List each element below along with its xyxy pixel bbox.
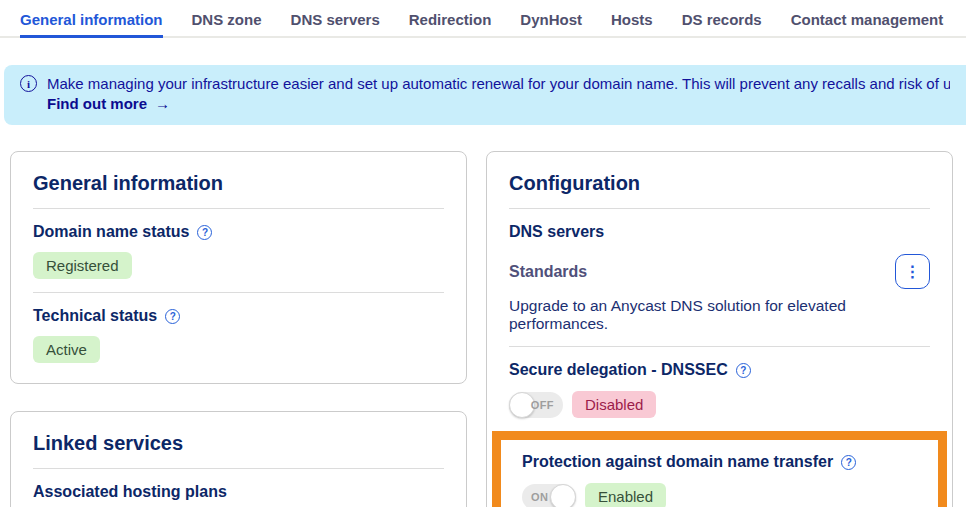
domain-name-status-label: Domain name status [33, 223, 189, 241]
tab-dynhost[interactable]: DynHost [520, 0, 582, 38]
tab-dns-zone[interactable]: DNS zone [192, 0, 262, 38]
divider [509, 346, 930, 347]
dnssec-label: Secure delegation - DNSSEC [509, 361, 728, 379]
general-information-title: General information [33, 172, 444, 195]
toggle-state-label: ON [531, 491, 548, 503]
toggle-state-label: OFF [531, 399, 554, 411]
banner-message: Make managing your infrastructure easier… [47, 75, 950, 92]
technical-status-badge: Active [33, 336, 100, 363]
info-icon: i [20, 75, 37, 92]
transfer-protection-highlight: Protection against domain name transfer … [492, 431, 947, 507]
technical-status-label: Technical status [33, 307, 157, 325]
tab-contact-management[interactable]: Contact management [791, 0, 944, 38]
tab-bar: General information DNS zone DNS servers… [0, 0, 966, 38]
find-out-more-label: Find out more [47, 95, 147, 112]
help-icon[interactable]: ? [736, 363, 751, 378]
dns-servers-label: DNS servers [509, 223, 604, 241]
transfer-protection-toggle[interactable]: ON [522, 484, 576, 507]
transfer-protection-label: Protection against domain name transfer [522, 453, 833, 471]
linked-services-card: Linked services Associated hosting plans… [10, 411, 467, 507]
divider [33, 208, 444, 209]
divider [33, 292, 444, 293]
divider [509, 208, 930, 209]
general-information-card: General information Domain name status ?… [10, 151, 467, 384]
dns-servers-actions-kebab-button[interactable]: ⋮ [895, 254, 930, 289]
tab-dns-servers[interactable]: DNS servers [291, 0, 380, 38]
help-icon[interactable]: ? [197, 225, 212, 240]
arrow-right-icon: → [155, 95, 170, 112]
associated-hosting-plans-label: Associated hosting plans [33, 483, 227, 501]
domain-status-badge: Registered [33, 252, 132, 279]
dns-servers-description: Upgrade to an Anycast DNS solution for e… [509, 297, 930, 333]
toggle-knob [550, 484, 576, 507]
info-banner: i Make managing your infrastructure easi… [4, 65, 966, 125]
configuration-title: Configuration [509, 172, 930, 195]
find-out-more-link[interactable]: Find out more → [47, 95, 170, 112]
dns-servers-value: Standards [509, 263, 587, 281]
divider [33, 468, 444, 469]
tab-general-information[interactable]: General information [20, 0, 163, 38]
configuration-card: Configuration DNS servers Standards ⋮ Up… [486, 151, 953, 507]
dnssec-status-badge: Disabled [572, 391, 656, 418]
main-content: General information Domain name status ?… [0, 125, 966, 507]
tab-ds-records[interactable]: DS records [682, 0, 762, 38]
linked-services-title: Linked services [33, 432, 444, 455]
help-icon[interactable]: ? [165, 309, 180, 324]
transfer-protection-status-badge: Enabled [585, 483, 666, 507]
tab-hosts[interactable]: Hosts [611, 0, 653, 38]
help-icon[interactable]: ? [841, 455, 856, 470]
tab-redirection[interactable]: Redirection [409, 0, 492, 38]
dnssec-toggle[interactable]: OFF [509, 392, 563, 418]
